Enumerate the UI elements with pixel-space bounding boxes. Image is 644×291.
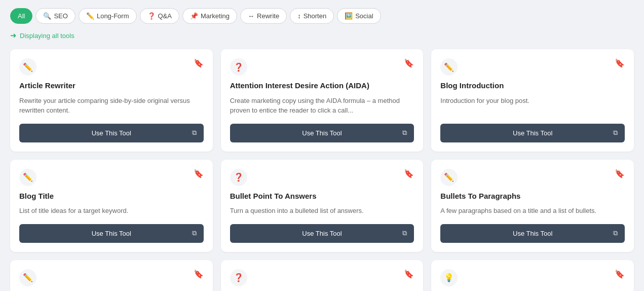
- card-icon-partial-1: ✏️: [19, 269, 36, 286]
- tab-marketing[interactable]: 📌 Marketing: [182, 8, 237, 24]
- card-desc-4: List of title ideas for a target keyword…: [19, 206, 204, 216]
- external-icon-6: ⧉: [613, 229, 618, 237]
- card-title-3: Blog Introduction: [440, 81, 625, 91]
- bookmark-icon-p1[interactable]: 🔖: [194, 269, 204, 279]
- card-icon-partial-3: 💡: [440, 269, 458, 286]
- card-header-2: ❓ 🔖: [230, 58, 414, 76]
- card-icon-article-rewriter: ✏️: [19, 58, 36, 76]
- social-icon: 🖼️: [345, 12, 353, 20]
- tab-social[interactable]: 🖼️ Social: [337, 8, 381, 24]
- use-tool-label-6: Use This Tool: [513, 230, 552, 237]
- card-icon-partial-2: ❓: [230, 269, 247, 286]
- external-icon-5: ⧉: [402, 229, 407, 237]
- card-header-4: ✏️ 🔖: [19, 169, 204, 186]
- bookmark-icon-6[interactable]: 🔖: [615, 169, 625, 178]
- use-tool-btn-6[interactable]: Use This Tool ⧉: [440, 224, 625, 243]
- tab-long-form[interactable]: ✏️ Long-Form: [79, 8, 137, 24]
- use-tool-btn-4[interactable]: Use This Tool ⧉: [19, 224, 204, 243]
- card-header-p3: 💡 🔖: [440, 269, 625, 286]
- external-icon-2: ⧉: [402, 129, 407, 137]
- card-desc-2: Create marketing copy using the AIDA for…: [230, 96, 414, 116]
- use-tool-btn-5[interactable]: Use This Tool ⧉: [230, 224, 414, 243]
- card-partial-2: ❓ 🔖: [221, 260, 424, 292]
- tab-all-label: All: [18, 12, 25, 20]
- seo-icon: 🔍: [43, 12, 51, 20]
- card-desc-1: Rewrite your article comparing side-by-s…: [19, 96, 204, 116]
- card-header-5: ❓ 🔖: [230, 169, 414, 186]
- use-tool-btn-1[interactable]: Use This Tool ⧉: [19, 124, 204, 142]
- displaying-label: ➜ Displaying all tools: [10, 31, 634, 40]
- card-icon-blog-title: ✏️: [19, 169, 36, 186]
- use-tool-btn-2[interactable]: Use This Tool ⧉: [230, 124, 414, 142]
- use-tool-label-1: Use This Tool: [92, 129, 131, 137]
- tab-shorten-label: Shorten: [304, 12, 327, 20]
- card-header-1: ✏️ 🔖: [19, 58, 204, 76]
- card-title-6: Bullets To Paragraphs: [440, 191, 625, 201]
- card-title-5: Bullet Point To Answers: [230, 191, 414, 201]
- card-article-rewriter: ✏️ 🔖 Article Rewriter Rewrite your artic…: [10, 49, 213, 152]
- use-tool-label-3: Use This Tool: [513, 129, 552, 137]
- card-bullet-point-answers: ❓ 🔖 Bullet Point To Answers Turn a quest…: [221, 160, 424, 252]
- use-tool-label-4: Use This Tool: [92, 230, 131, 237]
- qna-icon: ❓: [147, 12, 156, 20]
- tab-qna-label: Q&A: [158, 12, 172, 20]
- cards-grid: ✏️ 🔖 Article Rewriter Rewrite your artic…: [10, 49, 634, 291]
- tab-all[interactable]: All: [10, 8, 32, 24]
- card-title-4: Blog Title: [19, 191, 204, 201]
- card-header-6: ✏️ 🔖: [440, 169, 625, 186]
- filter-tabs: All 🔍 SEO ✏️ Long-Form ❓ Q&A 📌 Marketing…: [10, 8, 634, 24]
- bookmark-icon-4[interactable]: 🔖: [194, 169, 204, 178]
- shorten-icon: ↕️: [297, 12, 301, 20]
- card-icon-bullet-answers: ❓: [230, 169, 247, 186]
- card-aida: ❓ 🔖 Attention Interest Desire Action (AI…: [221, 49, 424, 152]
- card-partial-1: ✏️ 🔖: [10, 260, 213, 292]
- marketing-icon: 📌: [190, 12, 198, 20]
- long-form-icon: ✏️: [86, 12, 94, 20]
- card-blog-title: ✏️ 🔖 Blog Title List of title ideas for …: [10, 160, 213, 252]
- tab-shorten[interactable]: ↕️ Shorten: [290, 8, 334, 24]
- use-tool-btn-3[interactable]: Use This Tool ⧉: [440, 124, 625, 142]
- card-desc-6: A few paragraphs based on a title and a …: [440, 206, 625, 216]
- card-icon-blog-intro: ✏️: [440, 58, 458, 76]
- external-icon-3: ⧉: [613, 129, 618, 137]
- card-title-1: Article Rewriter: [19, 81, 204, 91]
- card-title-2: Attention Interest Desire Action (AIDA): [230, 81, 414, 91]
- use-tool-label-5: Use This Tool: [302, 230, 342, 237]
- external-icon-4: ⧉: [192, 229, 197, 237]
- card-blog-introduction: ✏️ 🔖 Blog Introduction Introduction for …: [431, 49, 634, 152]
- arrow-right-icon: ➜: [10, 31, 17, 40]
- use-tool-label-2: Use This Tool: [302, 129, 342, 137]
- card-header-3: ✏️ 🔖: [440, 58, 625, 76]
- bookmark-icon-3[interactable]: 🔖: [615, 58, 625, 68]
- rewrite-icon: ↔️: [248, 12, 254, 20]
- card-bullets-to-paragraphs: ✏️ 🔖 Bullets To Paragraphs A few paragra…: [431, 160, 634, 252]
- tab-qna[interactable]: ❓ Q&A: [140, 8, 179, 24]
- card-desc-5: Turn a question into a bulleted list of …: [230, 206, 414, 216]
- bookmark-icon-p2[interactable]: 🔖: [404, 269, 414, 279]
- bookmark-icon-5[interactable]: 🔖: [404, 169, 414, 178]
- tab-rewrite-label: Rewrite: [257, 12, 279, 20]
- tab-rewrite[interactable]: ↔️ Rewrite: [240, 8, 287, 24]
- tab-social-label: Social: [355, 12, 373, 20]
- card-header-p1: ✏️ 🔖: [19, 269, 204, 286]
- card-desc-3: Introduction for your blog post.: [440, 96, 625, 116]
- tab-marketing-label: Marketing: [201, 12, 230, 20]
- card-header-p2: ❓ 🔖: [230, 269, 414, 286]
- card-partial-3: 💡 🔖: [431, 260, 634, 292]
- displaying-text: Displaying all tools: [20, 32, 74, 40]
- tab-long-form-label: Long-Form: [97, 12, 129, 20]
- tab-seo[interactable]: 🔍 SEO: [35, 8, 75, 24]
- card-icon-bullets-paragraphs: ✏️: [440, 169, 458, 186]
- card-icon-aida: ❓: [230, 58, 247, 76]
- external-icon-1: ⧉: [192, 129, 197, 137]
- page-wrapper: All 🔍 SEO ✏️ Long-Form ❓ Q&A 📌 Marketing…: [0, 0, 644, 291]
- bookmark-icon-2[interactable]: 🔖: [404, 58, 414, 68]
- tab-seo-label: SEO: [54, 12, 67, 20]
- bookmark-icon-p3[interactable]: 🔖: [615, 269, 625, 279]
- bookmark-icon-1[interactable]: 🔖: [194, 58, 204, 68]
